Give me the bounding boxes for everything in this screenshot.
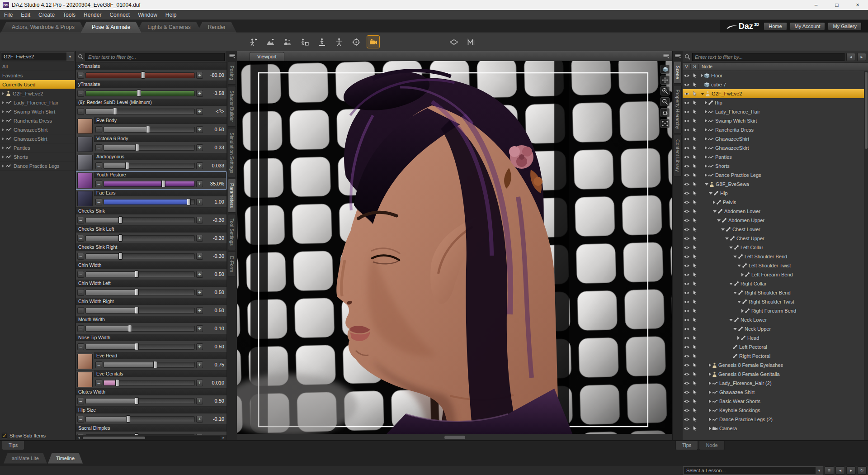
expand-arrow-icon[interactable] [705, 155, 707, 159]
slider-thumb[interactable] [118, 216, 123, 223]
lesson-menu-button[interactable]: ≡ [825, 466, 834, 475]
scene-node-row[interactable]: Ghawazee Shirt [683, 388, 868, 397]
selection-toggle[interactable] [691, 190, 699, 196]
visibility-toggle[interactable] [683, 345, 691, 349]
collapse-arrow-icon[interactable] [701, 93, 704, 95]
figure-prop-button[interactable] [298, 36, 311, 48]
slider-track[interactable] [85, 72, 195, 78]
collapse-arrow-icon[interactable] [733, 256, 737, 258]
tab-d-form[interactable]: D-Form [228, 252, 236, 277]
increment-button[interactable]: + [196, 108, 203, 115]
slider-track[interactable] [85, 326, 195, 332]
tab-simulation-settings[interactable]: Simulation Settings [228, 128, 236, 178]
increment-button[interactable]: + [196, 343, 203, 350]
scene-node-row[interactable]: Swamp Witch Skirt [683, 116, 868, 125]
drop-to-floor-button[interactable] [316, 36, 328, 48]
collapse-arrow-icon[interactable] [713, 210, 717, 213]
increment-button[interactable]: + [196, 361, 203, 368]
scene-node-row[interactable]: Chest Upper [683, 234, 868, 243]
expand-arrow-icon[interactable] [709, 390, 711, 394]
pan-button[interactable] [660, 76, 670, 85]
parameter-value[interactable]: 0.50 [204, 308, 225, 313]
slider-thumb[interactable] [187, 198, 191, 205]
tab-property-hierarchy[interactable]: Property Hierarchy [674, 85, 682, 134]
decrement-button[interactable]: – [95, 199, 102, 205]
selection-toggle[interactable] [691, 290, 699, 295]
slider-thumb[interactable] [137, 90, 141, 97]
selection-toggle[interactable] [691, 245, 699, 250]
parameter-value[interactable]: <?> [204, 109, 225, 114]
visibility-toggle[interactable] [683, 427, 691, 431]
visibility-toggle[interactable] [683, 282, 691, 286]
scroll-left-icon[interactable]: ◂ [76, 436, 82, 440]
selection-toggle[interactable] [691, 73, 699, 78]
tab-parameters[interactable]: Parameters [228, 179, 236, 212]
lesson-refresh-button[interactable]: ↻ [857, 466, 867, 475]
parameter-value[interactable]: -0.10 [204, 416, 225, 422]
scene-node-row[interactable]: GhawazeeShirt [683, 134, 868, 143]
scene-node-row[interactable]: Neck Upper [683, 324, 868, 333]
scene-node-row[interactable]: Genesis 8 Female Genitalia [683, 370, 868, 379]
column-node[interactable]: Node [699, 64, 868, 69]
decrement-button[interactable]: – [77, 72, 84, 79]
selection-toggle[interactable] [691, 200, 699, 205]
scene-node-row[interactable]: Left Shoulder Twist [683, 261, 868, 270]
slider-track[interactable] [85, 398, 195, 404]
menu-window[interactable]: Window [134, 10, 161, 19]
visibility-toggle[interactable] [683, 327, 691, 331]
column-visibility[interactable]: V [683, 64, 691, 69]
selection-toggle[interactable] [691, 136, 699, 142]
decrement-button[interactable]: – [77, 108, 84, 115]
decrement-button[interactable]: – [77, 416, 84, 423]
collapse-arrow-icon[interactable] [705, 183, 708, 185]
increment-button[interactable]: + [196, 217, 203, 223]
parameter-value[interactable]: 0.50 [204, 398, 225, 404]
selection-toggle[interactable] [691, 145, 699, 151]
expand-arrow-icon[interactable] [2, 119, 4, 122]
scene-node-row[interactable]: Lady_Florence_Hair (2) [683, 379, 868, 388]
render-viewport[interactable] [237, 61, 672, 434]
menu-create[interactable]: Create [34, 10, 59, 19]
scene-scroll-thumb[interactable] [865, 72, 868, 149]
close-button[interactable]: × [847, 0, 868, 10]
collapse-arrow-icon[interactable] [733, 292, 737, 294]
scene-node-row[interactable]: Basic Wear Shorts [683, 397, 868, 406]
increment-button[interactable]: + [196, 144, 203, 151]
brand-link-my-gallery[interactable]: My Gallery [828, 22, 862, 30]
parameter-value[interactable]: -0.30 [204, 253, 225, 259]
parameters-filter-input[interactable] [85, 53, 225, 61]
expand-arrow-icon[interactable] [2, 165, 4, 167]
expand-arrow-icon[interactable] [741, 309, 744, 313]
scene-filter-input[interactable] [692, 53, 844, 61]
scene-node-row[interactable]: Abdomen Lower [683, 207, 868, 216]
slider-track[interactable] [104, 145, 195, 151]
visibility-toggle[interactable] [683, 209, 691, 214]
menu-file[interactable]: File [0, 10, 17, 19]
slider-thumb[interactable] [113, 108, 117, 115]
visibility-toggle[interactable] [683, 291, 691, 295]
selection-toggle[interactable] [691, 344, 699, 350]
scene-node-row[interactable]: Dance Practice Legs (2) [683, 415, 868, 424]
content-list-item[interactable]: Swamp Witch Skirt [0, 107, 75, 116]
visibility-toggle[interactable] [683, 354, 691, 358]
collapse-arrow-icon[interactable] [725, 238, 729, 240]
brand-link-my-account[interactable]: My Account [790, 22, 826, 30]
slider-thumb[interactable] [161, 180, 165, 187]
expand-arrow-icon[interactable] [709, 363, 711, 367]
tab-node[interactable]: Node [699, 441, 724, 450]
visibility-toggle[interactable] [683, 237, 691, 241]
expand-arrow-icon[interactable] [2, 128, 4, 131]
expand-arrow-icon[interactable] [705, 110, 707, 114]
expand-arrow-icon[interactable] [705, 119, 707, 123]
parameter-value[interactable]: 0.010 [204, 380, 225, 385]
scene-node-row[interactable]: Head [683, 333, 868, 342]
decrement-button[interactable]: – [77, 307, 84, 314]
decrement-button[interactable]: – [77, 398, 84, 404]
visibility-toggle[interactable] [683, 182, 691, 186]
collapse-arrow-icon[interactable] [733, 328, 737, 330]
visibility-toggle[interactable] [683, 318, 691, 322]
expand-arrow-icon[interactable] [705, 137, 707, 141]
tab-posing[interactable]: Posing [228, 61, 236, 85]
parameters-hscrollbar[interactable]: ◂ ▸ [76, 435, 226, 440]
collapse-arrow-icon[interactable] [709, 192, 712, 195]
